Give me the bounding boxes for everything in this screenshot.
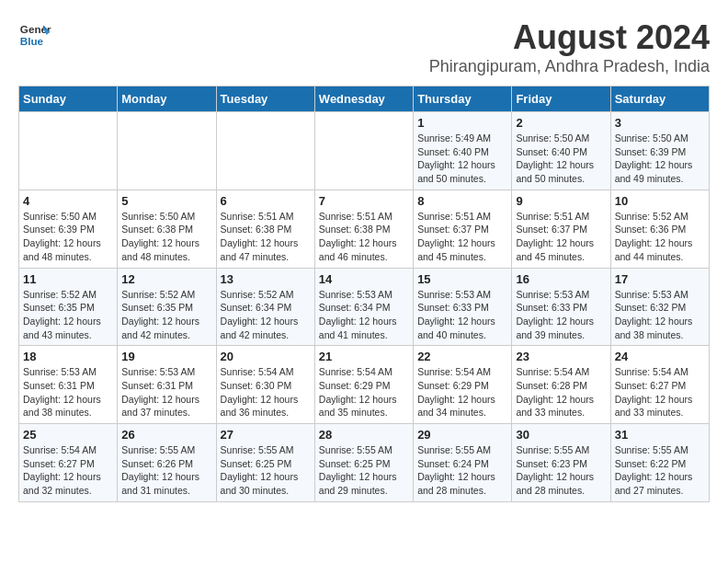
logo-icon: General Blue — [18, 18, 51, 52]
calendar-week-3: 11Sunrise: 5:52 AM Sunset: 6:35 PM Dayli… — [19, 268, 710, 346]
day-number: 30 — [516, 428, 606, 442]
day-info: Sunrise: 5:54 AM Sunset: 6:28 PM Dayligh… — [516, 365, 606, 419]
day-info: Sunrise: 5:53 AM Sunset: 6:33 PM Dayligh… — [417, 288, 507, 342]
day-info: Sunrise: 5:55 AM Sunset: 6:24 PM Dayligh… — [417, 443, 507, 498]
weekday-header-sunday: Sunday — [19, 86, 118, 112]
day-info: Sunrise: 5:54 AM Sunset: 6:27 PM Dayligh… — [615, 365, 705, 419]
calendar-cell: 10Sunrise: 5:52 AM Sunset: 6:36 PM Dayli… — [610, 190, 709, 268]
weekday-header-thursday: Thursday — [414, 86, 512, 112]
day-number: 21 — [319, 350, 409, 363]
day-number: 20 — [221, 350, 311, 363]
day-number: 22 — [417, 350, 507, 363]
day-number: 4 — [23, 194, 113, 208]
calendar-cell: 21Sunrise: 5:54 AM Sunset: 6:29 PM Dayli… — [314, 346, 413, 424]
day-number: 17 — [615, 272, 705, 286]
calendar-cell: 9Sunrise: 5:51 AM Sunset: 6:37 PM Daylig… — [512, 190, 610, 268]
day-number: 10 — [615, 194, 705, 208]
day-info: Sunrise: 5:53 AM Sunset: 6:33 PM Dayligh… — [516, 288, 606, 342]
calendar-cell: 24Sunrise: 5:54 AM Sunset: 6:27 PM Dayli… — [610, 346, 709, 424]
calendar-cell: 4Sunrise: 5:50 AM Sunset: 6:39 PM Daylig… — [19, 190, 118, 268]
calendar-cell: 15Sunrise: 5:53 AM Sunset: 6:33 PM Dayli… — [414, 268, 512, 346]
day-number: 12 — [121, 272, 211, 286]
day-info: Sunrise: 5:53 AM Sunset: 6:31 PM Dayligh… — [23, 365, 113, 419]
weekday-header-wednesday: Wednesday — [314, 86, 413, 112]
calendar-cell: 7Sunrise: 5:51 AM Sunset: 6:38 PM Daylig… — [314, 190, 413, 268]
calendar-cell: 5Sunrise: 5:50 AM Sunset: 6:38 PM Daylig… — [118, 190, 216, 268]
day-number: 11 — [23, 272, 113, 286]
day-number: 6 — [221, 194, 311, 208]
day-number: 14 — [319, 272, 409, 286]
calendar-cell: 19Sunrise: 5:53 AM Sunset: 6:31 PM Dayli… — [118, 346, 216, 424]
day-number: 9 — [516, 194, 606, 208]
calendar-cell: 29Sunrise: 5:55 AM Sunset: 6:24 PM Dayli… — [414, 424, 512, 502]
calendar-week-1: 1Sunrise: 5:49 AM Sunset: 6:40 PM Daylig… — [19, 112, 710, 190]
weekday-header-row: SundayMondayTuesdayWednesdayThursdayFrid… — [19, 86, 710, 112]
title-section: August 2024 Phirangipuram, Andhra Prades… — [429, 18, 710, 76]
day-info: Sunrise: 5:51 AM Sunset: 6:37 PM Dayligh… — [516, 210, 606, 264]
calendar-cell: 2Sunrise: 5:50 AM Sunset: 6:40 PM Daylig… — [512, 112, 610, 190]
day-number: 13 — [221, 272, 311, 286]
day-info: Sunrise: 5:51 AM Sunset: 6:38 PM Dayligh… — [319, 210, 409, 264]
day-info: Sunrise: 5:54 AM Sunset: 6:30 PM Dayligh… — [221, 365, 311, 419]
day-info: Sunrise: 5:55 AM Sunset: 6:26 PM Dayligh… — [121, 443, 211, 498]
day-number: 23 — [516, 350, 606, 363]
calendar-cell: 14Sunrise: 5:53 AM Sunset: 6:34 PM Dayli… — [314, 268, 413, 346]
calendar-cell — [118, 112, 216, 190]
calendar-cell: 8Sunrise: 5:51 AM Sunset: 6:37 PM Daylig… — [414, 190, 512, 268]
weekday-header-friday: Friday — [512, 86, 610, 112]
day-info: Sunrise: 5:55 AM Sunset: 6:25 PM Dayligh… — [221, 443, 311, 498]
calendar-cell: 3Sunrise: 5:50 AM Sunset: 6:39 PM Daylig… — [610, 112, 709, 190]
day-number: 15 — [417, 272, 507, 286]
day-number: 5 — [121, 194, 211, 208]
calendar-cell: 25Sunrise: 5:54 AM Sunset: 6:27 PM Dayli… — [19, 424, 118, 502]
calendar-week-5: 25Sunrise: 5:54 AM Sunset: 6:27 PM Dayli… — [19, 424, 710, 502]
day-number: 18 — [23, 350, 113, 363]
calendar-cell — [314, 112, 413, 190]
day-info: Sunrise: 5:50 AM Sunset: 6:39 PM Dayligh… — [615, 132, 705, 186]
day-number: 26 — [121, 428, 211, 442]
day-info: Sunrise: 5:52 AM Sunset: 6:35 PM Dayligh… — [23, 288, 113, 342]
day-info: Sunrise: 5:51 AM Sunset: 6:37 PM Dayligh… — [417, 210, 507, 264]
svg-text:Blue: Blue — [20, 35, 44, 47]
day-info: Sunrise: 5:55 AM Sunset: 6:23 PM Dayligh… — [516, 443, 606, 498]
calendar-cell: 18Sunrise: 5:53 AM Sunset: 6:31 PM Dayli… — [19, 346, 118, 424]
calendar-week-2: 4Sunrise: 5:50 AM Sunset: 6:39 PM Daylig… — [19, 190, 710, 268]
day-number: 31 — [615, 428, 705, 442]
day-number: 19 — [121, 350, 211, 363]
day-info: Sunrise: 5:50 AM Sunset: 6:39 PM Dayligh… — [23, 210, 113, 264]
day-number: 2 — [516, 116, 606, 130]
day-number: 25 — [23, 428, 113, 442]
calendar-cell: 11Sunrise: 5:52 AM Sunset: 6:35 PM Dayli… — [19, 268, 118, 346]
day-number: 7 — [319, 194, 409, 208]
calendar-cell: 30Sunrise: 5:55 AM Sunset: 6:23 PM Dayli… — [512, 424, 610, 502]
calendar-cell: 23Sunrise: 5:54 AM Sunset: 6:28 PM Dayli… — [512, 346, 610, 424]
day-number: 3 — [615, 116, 705, 130]
weekday-header-monday: Monday — [118, 86, 216, 112]
day-info: Sunrise: 5:50 AM Sunset: 6:40 PM Dayligh… — [516, 132, 606, 186]
calendar-cell — [216, 112, 314, 190]
weekday-header-tuesday: Tuesday — [216, 86, 314, 112]
day-info: Sunrise: 5:54 AM Sunset: 6:29 PM Dayligh… — [319, 365, 409, 419]
page-title: August 2024 — [429, 18, 710, 57]
day-number: 27 — [221, 428, 311, 442]
day-number: 16 — [516, 272, 606, 286]
calendar-cell: 31Sunrise: 5:55 AM Sunset: 6:22 PM Dayli… — [610, 424, 709, 502]
calendar-cell: 1Sunrise: 5:49 AM Sunset: 6:40 PM Daylig… — [414, 112, 512, 190]
day-number: 28 — [319, 428, 409, 442]
day-info: Sunrise: 5:54 AM Sunset: 6:29 PM Dayligh… — [417, 365, 507, 419]
calendar-cell: 12Sunrise: 5:52 AM Sunset: 6:35 PM Dayli… — [118, 268, 216, 346]
calendar-cell: 13Sunrise: 5:52 AM Sunset: 6:34 PM Dayli… — [216, 268, 314, 346]
calendar-cell: 16Sunrise: 5:53 AM Sunset: 6:33 PM Dayli… — [512, 268, 610, 346]
calendar-cell: 26Sunrise: 5:55 AM Sunset: 6:26 PM Dayli… — [118, 424, 216, 502]
day-info: Sunrise: 5:55 AM Sunset: 6:22 PM Dayligh… — [615, 443, 705, 498]
calendar-cell: 22Sunrise: 5:54 AM Sunset: 6:29 PM Dayli… — [414, 346, 512, 424]
calendar-table: SundayMondayTuesdayWednesdayThursdayFrid… — [18, 86, 710, 502]
calendar-cell: 17Sunrise: 5:53 AM Sunset: 6:32 PM Dayli… — [610, 268, 709, 346]
day-info: Sunrise: 5:52 AM Sunset: 6:35 PM Dayligh… — [121, 288, 211, 342]
day-number: 1 — [417, 116, 507, 130]
day-info: Sunrise: 5:49 AM Sunset: 6:40 PM Dayligh… — [417, 132, 507, 186]
day-info: Sunrise: 5:55 AM Sunset: 6:25 PM Dayligh… — [319, 443, 409, 498]
page-subtitle: Phirangipuram, Andhra Pradesh, India — [429, 57, 710, 76]
day-info: Sunrise: 5:50 AM Sunset: 6:38 PM Dayligh… — [121, 210, 211, 264]
weekday-header-saturday: Saturday — [610, 86, 709, 112]
